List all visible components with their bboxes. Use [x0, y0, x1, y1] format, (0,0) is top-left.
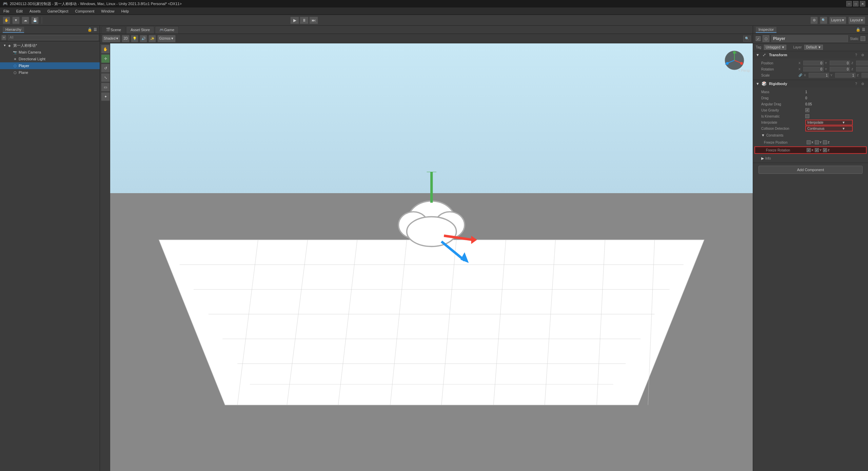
freeze-rot-z-box[interactable]: ✓	[823, 148, 827, 152]
freeze-pos-x[interactable]: X	[807, 140, 813, 144]
rot-y-input[interactable]	[830, 67, 850, 71]
transform-tool-btn[interactable]: ✦	[101, 92, 110, 101]
freeze-pos-y[interactable]: Y	[815, 140, 822, 144]
close-button[interactable]: ✕	[860, 1, 865, 6]
sc-x-input[interactable]	[809, 73, 829, 78]
scene-tab[interactable]: 🎬 Scene	[101, 26, 125, 34]
pos-y-input[interactable]	[830, 61, 850, 65]
sc-z-input[interactable]	[862, 73, 868, 78]
hierarchy-item-scene[interactable]: ▼ ◈ 第一人称移动*	[0, 42, 100, 49]
hierarchy-item-camera[interactable]: 📷 Main Camera	[0, 49, 100, 56]
transform-gear-btn[interactable]: ⚙	[860, 52, 865, 58]
title-bar-controls[interactable]: ─ □ ✕	[846, 1, 865, 6]
freeze-rot-y-box[interactable]: ✓	[815, 148, 819, 152]
scale-tool-btn[interactable]: ⤡	[101, 73, 110, 82]
move-tool-btn[interactable]: ✛	[101, 54, 110, 63]
player-label: Player	[19, 64, 29, 68]
freeze-pos-z-box[interactable]	[823, 140, 827, 144]
scene-2d-toggle[interactable]: 2D	[122, 35, 130, 42]
static-checkbox[interactable]	[861, 36, 865, 41]
transform-help-btn[interactable]: ?	[853, 52, 859, 58]
tag-dropdown[interactable]: Untagged ▼	[764, 45, 786, 50]
go-icon-btn[interactable]: ⬡	[763, 35, 769, 42]
is-kinematic-checkbox[interactable]	[805, 114, 809, 118]
cloud-btn[interactable]: ⚙	[810, 17, 818, 24]
position-values: X Y Z	[798, 61, 868, 65]
menu-edit[interactable]: Edit	[15, 8, 24, 14]
menu-gameobject[interactable]: GameObject	[46, 8, 70, 14]
scene-lighting-toggle[interactable]: 💡	[131, 35, 138, 42]
freeze-pos-z-label: Z	[828, 141, 830, 144]
step-button[interactable]: ⏭	[309, 17, 318, 24]
rigidbody-header[interactable]: ▼ 🎲 Rigidbody ? ⚙	[753, 80, 868, 87]
rotate-tool-btn[interactable]: ↺	[101, 64, 110, 73]
pause-button[interactable]: ⏸	[300, 17, 309, 24]
asset-store-tab[interactable]: Asset Store	[126, 26, 154, 34]
freeze-rot-z[interactable]: ✓ Z	[823, 148, 830, 152]
layout-dropdown[interactable]: Layout ▼	[848, 17, 865, 24]
rot-z-input[interactable]	[856, 67, 868, 71]
search-btn[interactable]: 🔍	[820, 17, 827, 24]
constraints-toggle[interactable]: ▼ Constraints	[761, 133, 810, 137]
pos-x-input[interactable]	[803, 61, 824, 65]
hierarchy-item-plane[interactable]: ⬡ Plane	[0, 69, 100, 76]
freeze-pos-y-box[interactable]	[815, 140, 819, 144]
menu-help[interactable]: Help	[120, 8, 130, 14]
rotation-row: Rotation X Y Z	[753, 66, 868, 72]
hierarchy-item-light[interactable]: ☀ Directional Light	[0, 56, 100, 62]
scene-search[interactable]: 🔍	[743, 36, 751, 42]
rect-tool-btn[interactable]: ▭	[101, 83, 110, 91]
layer-dropdown[interactable]: Default ▼	[804, 45, 823, 50]
collision-dropdown[interactable]: Continuous ▼	[805, 126, 853, 131]
freeze-pos-x-box[interactable]	[807, 140, 811, 144]
minimize-button[interactable]: ─	[846, 1, 852, 6]
rb-help-btn[interactable]: ?	[853, 81, 859, 86]
transform-name: Transform	[769, 53, 851, 57]
scene-effects-btn[interactable]: ✨	[149, 35, 156, 42]
inspector-content: ✓ ⬡ Static Tag Untagged ▼ Layer Default …	[753, 34, 868, 471]
sc-y-input[interactable]	[835, 73, 855, 78]
svg-text:X: X	[741, 63, 743, 65]
go-active-checkbox[interactable]: ✓	[756, 36, 761, 41]
transform-header[interactable]: ▼ ⤢ Transform ? ⚙	[753, 51, 868, 59]
go-name-input[interactable]	[771, 35, 848, 42]
hand-tool-btn[interactable]: ✋	[101, 45, 110, 54]
freeze-pos-z[interactable]: Z	[823, 140, 830, 144]
hierarchy-add-btn[interactable]: +	[1, 35, 6, 40]
hierarchy-menu-icon[interactable]: ☰	[94, 27, 97, 32]
interpolate-dropdown[interactable]: Interpolate ▼	[805, 120, 853, 125]
freeze-rot-y[interactable]: ✓ Y	[815, 148, 822, 152]
scene-gizmos-btn[interactable]: Gizmos ▼	[157, 35, 176, 42]
inspector-menu-icon[interactable]: ☰	[862, 27, 865, 32]
toolbar-collab[interactable]: ☁	[22, 17, 29, 24]
scene-audio-toggle[interactable]: 🔊	[140, 35, 147, 42]
menu-file[interactable]: File	[2, 8, 11, 14]
rot-x-input[interactable]	[803, 67, 824, 71]
inspector-tab[interactable]: Inspector	[756, 27, 776, 33]
freeze-rot-x[interactable]: ✓ X	[807, 148, 813, 152]
toolbar-options[interactable]: ▼	[12, 17, 20, 24]
scale-link-icon: 🔗	[798, 74, 803, 77]
scene-3d-viewport[interactable]: Y X Z < Persp	[110, 43, 753, 471]
maximize-button[interactable]: □	[853, 1, 859, 6]
toolbar-cloud-save[interactable]: 💾	[31, 17, 39, 24]
menu-assets[interactable]: Assets	[28, 8, 42, 14]
rb-gear-btn[interactable]: ⚙	[860, 81, 865, 86]
hierarchy-search[interactable]: All	[8, 35, 98, 40]
info-toggle[interactable]: ▶ Info	[761, 156, 809, 161]
menu-component[interactable]: Component	[74, 8, 96, 14]
use-gravity-checkbox[interactable]: ✓	[805, 108, 809, 112]
layers-dropdown[interactable]: Layers ▼	[829, 17, 846, 24]
scale-values: 🔗 X Y Z	[798, 73, 868, 78]
game-tab[interactable]: 🎮 Game	[155, 26, 179, 34]
hierarchy-tab[interactable]: Hierarchy	[3, 27, 24, 33]
draw-mode-dropdown[interactable]: Shaded ▼	[102, 35, 120, 42]
play-button[interactable]: ▶	[290, 17, 299, 24]
toolbar-hand-tool[interactable]: ✋	[3, 17, 10, 24]
transform-buttons: ? ⚙	[853, 52, 865, 58]
pos-z-input[interactable]	[856, 61, 868, 65]
freeze-rot-x-box[interactable]: ✓	[807, 148, 811, 152]
add-component-button[interactable]: Add Component	[758, 166, 863, 174]
hierarchy-item-player[interactable]: ⬡ Player	[0, 62, 100, 69]
menu-window[interactable]: Window	[100, 8, 116, 14]
